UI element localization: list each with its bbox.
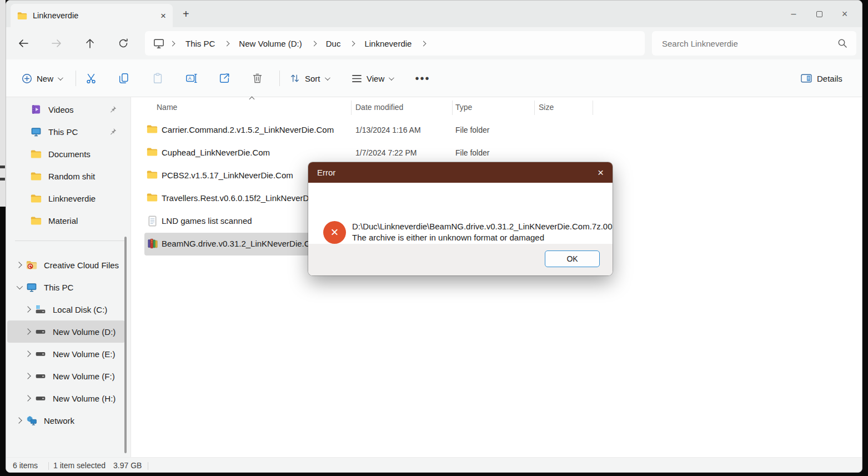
background-artifact — [0, 166, 5, 168]
sidebar-item-random-shit[interactable]: Random shit — [7, 165, 125, 187]
file-date: 1/13/2024 1:16 AM — [355, 126, 421, 134]
chevron-right-icon[interactable] — [21, 329, 35, 334]
chevron-right-icon — [350, 41, 355, 46]
details-pane-button[interactable]: Details — [795, 67, 848, 89]
search-icon[interactable] — [837, 38, 847, 48]
chevron-right-icon[interactable] — [12, 263, 26, 267]
sidebar-label: New Volume (H:) — [53, 394, 116, 403]
refresh-icon[interactable] — [114, 36, 133, 51]
chevron-right-icon[interactable] — [21, 307, 35, 312]
file-row[interactable]: Carrier.Command.2.v1.5.2_LinkNeverDie.Co… — [131, 119, 862, 142]
breadcrumb-linkneverdie[interactable]: Linkneverdie — [359, 39, 417, 48]
dialog-close-icon[interactable]: × — [598, 167, 604, 178]
share-button[interactable] — [212, 67, 237, 89]
chevron-right-icon[interactable] — [421, 41, 427, 46]
sidebar-item-this-pc-pinned[interactable]: This PC — [7, 121, 125, 143]
file-row[interactable]: Cuphead_LinkNeverDie.Com 1/7/2024 7:22 P… — [131, 142, 862, 164]
new-button[interactable]: New — [16, 67, 67, 89]
sidebar-scrollbar[interactable] — [124, 237, 127, 453]
new-tab-icon[interactable]: + — [183, 8, 189, 19]
paste-button[interactable] — [145, 67, 170, 89]
view-button[interactable]: View — [346, 67, 398, 89]
background-artifact — [0, 178, 5, 181]
column-header-name[interactable]: Name — [157, 103, 177, 112]
search-input[interactable] — [662, 31, 829, 56]
breadcrumb-duc[interactable]: Duc — [320, 39, 347, 48]
close-icon[interactable]: × — [832, 3, 857, 25]
cut-icon — [85, 72, 97, 84]
file-list: Name Date modified Type Size Carrier.Com… — [131, 97, 862, 457]
network-icon — [26, 415, 37, 426]
details-button-label: Details — [817, 74, 842, 83]
sidebar-item-documents[interactable]: Documents — [7, 143, 125, 165]
rename-button[interactable]: A — [178, 67, 204, 89]
folder-icon — [147, 147, 158, 157]
column-divider[interactable] — [534, 101, 535, 115]
sidebar-item-this-pc-tree[interactable]: This PC — [7, 276, 125, 298]
document-icon — [148, 216, 157, 227]
minimize-icon[interactable]: – — [781, 3, 806, 25]
sort-ascending-icon — [249, 97, 255, 102]
column-header-size[interactable]: Size — [539, 103, 554, 112]
column-divider[interactable] — [593, 101, 593, 115]
sidebar-label: New Volume (F:) — [53, 372, 115, 381]
view-list-icon — [352, 74, 362, 83]
delete-button[interactable] — [244, 67, 270, 89]
chevron-right-icon[interactable] — [21, 396, 35, 400]
chevron-right-icon — [170, 41, 175, 46]
chevron-right-icon[interactable] — [21, 352, 35, 356]
column-header-type[interactable]: Type — [455, 103, 472, 112]
maximize-icon[interactable] — [806, 3, 832, 25]
chevron-down-icon — [324, 75, 330, 81]
tab-title: Linkneverdie — [33, 11, 160, 20]
cut-button[interactable] — [78, 67, 104, 89]
pin-icon — [109, 127, 117, 136]
breadcrumb-this-pc[interactable]: This PC — [180, 39, 220, 48]
folder-icon — [147, 124, 158, 134]
file-name: Carrier.Command.2.v1.5.2_LinkNeverDie.Co… — [162, 125, 334, 134]
back-icon[interactable] — [14, 36, 33, 51]
column-divider[interactable] — [452, 101, 453, 115]
sidebar-item-new-volume-d[interactable]: New Volume (D:) — [7, 320, 125, 343]
file-name: Cuphead_LinkNeverDie.Com — [162, 148, 270, 157]
more-options-button[interactable]: ••• — [410, 67, 435, 89]
sidebar-label: Videos — [48, 105, 74, 114]
chevron-right-icon[interactable] — [12, 418, 26, 423]
sidebar-label: Creative Cloud Files — [44, 260, 119, 270]
search-box[interactable] — [652, 31, 856, 56]
breadcrumb-new-volume-d[interactable]: New Volume (D:) — [233, 39, 307, 48]
forward-icon[interactable] — [47, 36, 66, 51]
drive-icon — [35, 326, 46, 337]
sidebar-item-new-volume-h[interactable]: New Volume (H:) — [7, 387, 125, 409]
file-explorer-window: Linkneverdie × + – × This PC New Volume — [6, 0, 862, 473]
sidebar-label: New Volume (D:) — [53, 327, 116, 337]
up-icon[interactable] — [81, 36, 99, 51]
ok-button[interactable]: OK — [545, 250, 600, 267]
drive-icon — [35, 393, 46, 404]
copy-button[interactable] — [111, 67, 137, 89]
background-window-edge — [0, 0, 6, 207]
toolbar-divider — [76, 71, 76, 86]
sidebar-item-local-disk-c[interactable]: Local Disk (C:) — [7, 298, 125, 320]
column-header-date-modified[interactable]: Date modified — [355, 103, 403, 112]
command-toolbar: New A Sort View — [6, 59, 862, 97]
chevron-down-icon[interactable] — [12, 285, 26, 289]
explorer-tab[interactable]: Linkneverdie × — [11, 4, 173, 27]
sort-button[interactable]: Sort — [284, 67, 334, 89]
sidebar-item-new-volume-e[interactable]: New Volume (E:) — [7, 343, 125, 365]
sidebar-item-creative-cloud-files[interactable]: Creative Cloud Files — [7, 254, 125, 276]
tab-close-icon[interactable]: × — [160, 11, 166, 21]
folder-icon — [31, 172, 42, 181]
rename-icon: A — [185, 72, 198, 84]
sidebar-item-network[interactable]: Network — [7, 409, 125, 432]
chevron-down-icon — [389, 75, 394, 81]
folder-icon — [31, 194, 42, 203]
file-name: BeamNG.drive.v0.31.2_LinKNeverDie.Com — [162, 239, 322, 248]
sidebar-item-videos[interactable]: Videos — [7, 98, 125, 121]
sidebar-item-linkneverdie[interactable]: Linkneverdie — [7, 187, 125, 209]
sidebar-item-material[interactable]: Material — [7, 209, 125, 232]
chevron-right-icon[interactable] — [21, 374, 35, 378]
sidebar-item-new-volume-f[interactable]: New Volume (F:) — [7, 365, 125, 387]
sidebar-label: This PC — [44, 283, 73, 292]
column-divider[interactable] — [351, 101, 352, 115]
